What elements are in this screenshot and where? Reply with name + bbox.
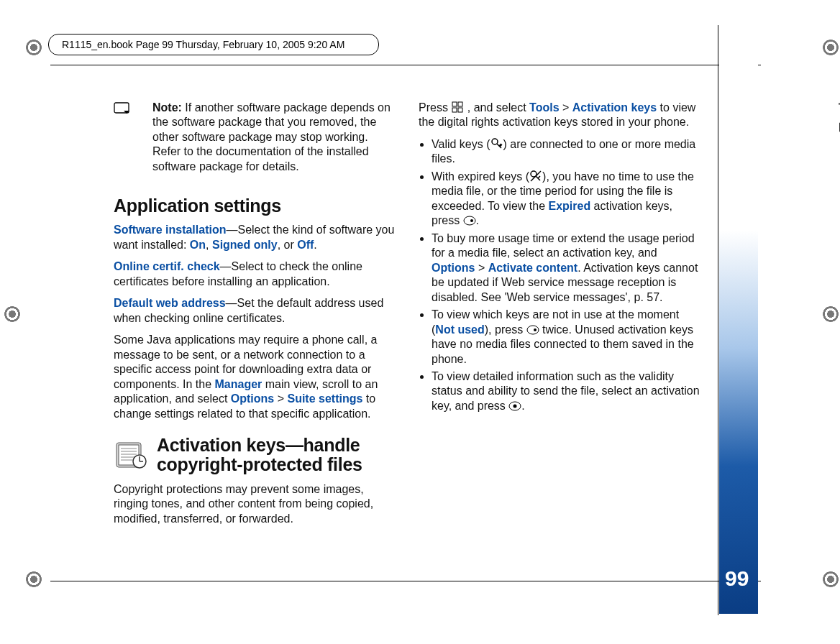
svg-point-14 bbox=[470, 219, 473, 222]
svg-point-13 bbox=[464, 216, 475, 225]
text: , and select bbox=[464, 101, 529, 114]
rule-right bbox=[718, 25, 718, 615]
rule-top bbox=[50, 65, 761, 65]
not-used-label: Not used bbox=[435, 323, 484, 336]
valid-key-icon bbox=[490, 137, 503, 150]
manager-label: Manager bbox=[215, 378, 262, 390]
activation-keys-icon bbox=[114, 438, 148, 472]
svg-point-10 bbox=[492, 139, 498, 144]
note-body: If another software package depends on t… bbox=[152, 101, 391, 172]
text: ), press bbox=[485, 323, 526, 336]
left-column: Note: If another software package depend… bbox=[114, 101, 398, 533]
running-header: R1115_en.book Page 99 Thursday, February… bbox=[48, 34, 379, 55]
activation-list: Valid keys () are connected to one or mo… bbox=[419, 137, 703, 413]
svg-point-18 bbox=[513, 404, 517, 408]
chapter-sidebar bbox=[719, 24, 758, 614]
crop-mark-icon bbox=[823, 571, 839, 587]
text: > bbox=[274, 392, 287, 405]
java-apps-para: Some Java applications may require a pho… bbox=[114, 333, 398, 421]
activate-content-label: Activate content bbox=[488, 262, 578, 274]
note-text: Note: If another software package depend… bbox=[134, 101, 398, 174]
activation-section-header: Activation keys—handle copyright-protect… bbox=[114, 436, 398, 475]
tools-label: Tools bbox=[529, 101, 559, 114]
menu-key-icon bbox=[451, 101, 464, 114]
list-item: To buy more usage time or extend the usa… bbox=[432, 231, 703, 305]
press-para: Press , and select Tools > Activation ke… bbox=[419, 101, 703, 130]
rule-bottom bbox=[50, 581, 761, 581]
crop-mark-icon bbox=[26, 40, 42, 55]
options-label: Options bbox=[432, 262, 475, 274]
list-item: To view detailed information such as the… bbox=[432, 369, 703, 413]
note-label: Note: bbox=[152, 101, 182, 114]
crop-mark-icon bbox=[823, 40, 839, 55]
list-item: To view which keys are not in use at the… bbox=[432, 308, 703, 367]
svg-point-16 bbox=[534, 328, 537, 331]
activation-section-title: Activation keys—handle copyright-protect… bbox=[157, 436, 398, 475]
option-signed-only: Signed only bbox=[212, 239, 278, 251]
crop-mark-icon bbox=[4, 306, 20, 322]
text: . bbox=[521, 400, 524, 412]
suite-settings-label: Suite settings bbox=[287, 392, 362, 405]
svg-rect-6 bbox=[452, 102, 457, 106]
option-on: On bbox=[190, 239, 206, 251]
note-block: Note: If another software package depend… bbox=[114, 101, 398, 181]
default-web-address-label: Default web address bbox=[114, 297, 226, 309]
default-web-address-para: Default web address—Set the default addr… bbox=[114, 296, 398, 326]
text: To buy more usage time or extend the usa… bbox=[432, 232, 695, 259]
note-icon bbox=[114, 102, 131, 115]
software-installation-para: Software installation—Select the kind of… bbox=[114, 223, 398, 252]
option-off: Off bbox=[297, 239, 314, 251]
copyright-para: Copyright protections may prevent some i… bbox=[114, 482, 398, 526]
text: Press bbox=[419, 101, 451, 114]
svg-rect-8 bbox=[452, 108, 457, 112]
nav-right-icon bbox=[463, 216, 476, 226]
svg-rect-7 bbox=[458, 102, 462, 106]
list-item: Valid keys () are connected to one or mo… bbox=[432, 137, 703, 167]
online-certif-check-label: Online certif. check bbox=[114, 260, 220, 272]
page-content: Note: If another software package depend… bbox=[114, 101, 703, 533]
expired-label: Expired bbox=[548, 200, 590, 212]
application-settings-heading: Application settings bbox=[114, 194, 398, 217]
expired-key-icon bbox=[529, 170, 542, 183]
page-number: 99 bbox=[725, 566, 749, 591]
nav-right-icon bbox=[526, 325, 539, 335]
running-header-text: R1115_en.book Page 99 Thursday, February… bbox=[62, 39, 344, 50]
crop-mark-icon bbox=[823, 306, 839, 322]
nav-center-icon bbox=[508, 401, 521, 411]
chapter-label: Tools bbox=[836, 93, 840, 132]
text: . bbox=[476, 214, 479, 226]
software-installation-label: Software installation bbox=[114, 224, 226, 236]
text: With expired keys ( bbox=[432, 170, 529, 183]
crop-mark-icon bbox=[26, 571, 42, 587]
text: Valid keys ( bbox=[432, 138, 490, 150]
list-item: With expired keys (), you have no time t… bbox=[432, 170, 703, 229]
activation-keys-label: Activation keys bbox=[572, 101, 657, 114]
text: > bbox=[475, 262, 488, 274]
text: To view detailed information such as the… bbox=[432, 370, 700, 412]
svg-point-15 bbox=[527, 326, 539, 334]
options-label: Options bbox=[231, 392, 274, 405]
right-column: Press , and select Tools > Activation ke… bbox=[419, 101, 703, 533]
text: > bbox=[560, 101, 572, 114]
online-certif-check-para: Online certif. check—Select to check the… bbox=[114, 259, 398, 289]
svg-rect-9 bbox=[458, 108, 462, 112]
